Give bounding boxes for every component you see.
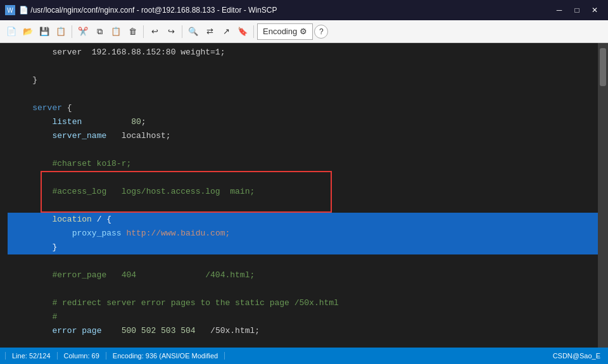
save-as-button[interactable]: 📋 <box>53 24 68 39</box>
encoding-gear-icon: ⚙ <box>300 27 307 36</box>
undo-button[interactable]: ↩ <box>147 24 162 39</box>
mark-button[interactable]: 🔖 <box>235 24 250 39</box>
close-button[interactable]: ✕ <box>586 4 603 16</box>
separator-3 <box>182 25 182 38</box>
goto-button[interactable]: ↗ <box>218 24 234 39</box>
code-line-6: listen 80; <box>8 115 598 129</box>
code-line-21: error page 500 502 503 504 /50x.html; <box>8 324 598 338</box>
replace-button[interactable]: ⇄ <box>202 24 217 39</box>
open-button[interactable]: 📂 <box>20 24 35 39</box>
code-line-10 <box>8 171 598 185</box>
encoding-label: Encoding <box>263 27 297 36</box>
status-brand: CSDN@Sao_E <box>553 352 603 360</box>
code-line-17: #error_page 404 /404.html; <box>8 268 598 282</box>
code-line-19: # redirect server error pages to the sta… <box>8 296 598 310</box>
code-line-3: } <box>8 73 598 87</box>
status-encoding: Encoding: 936 (ANSI/OE Modified <box>106 352 225 360</box>
new-button[interactable]: 📄 <box>4 24 19 39</box>
encoding-button[interactable]: Encoding ⚙ <box>257 23 313 40</box>
code-editor[interactable]: server 192.168.88.152:80 weight=1; } ser… <box>0 43 598 348</box>
code-line-12 <box>8 199 598 213</box>
code-line-15: } <box>8 241 598 254</box>
paste-button[interactable]: 📋 <box>108 24 124 39</box>
maximize-button[interactable]: □ <box>569 4 585 16</box>
redo-button[interactable]: ↪ <box>163 24 179 39</box>
code-line-5: server { <box>8 101 598 115</box>
copy-button[interactable]: ⧉ <box>92 24 107 39</box>
code-line-14: proxy_pass http://www.baidu.com; <box>8 227 598 241</box>
title-bar-left: W 📄 /usr/local/nginx/conf/nginx.conf - r… <box>5 5 277 15</box>
status-column: Column: 69 <box>58 352 106 360</box>
toolbar: 📄 📂 💾 📋 ✂️ ⧉ 📋 🗑 ↩ ↪ 🔍 ⇄ ↗ 🔖 Encoding ⚙ … <box>0 20 608 43</box>
delete-button[interactable]: 🗑 <box>125 24 140 39</box>
title-bar: W 📄 /usr/local/nginx/conf/nginx.conf - r… <box>0 0 608 20</box>
scrollbar-thumb[interactable] <box>600 48 606 86</box>
app-icon: W <box>5 5 15 15</box>
find-button[interactable]: 🔍 <box>186 24 201 39</box>
window-title: 📄 /usr/local/nginx/conf/nginx.conf - roo… <box>19 6 277 15</box>
code-line-20: # <box>8 310 598 324</box>
code-line-7: server_name localhost; <box>8 129 598 143</box>
minimize-button[interactable]: ─ <box>551 4 567 16</box>
code-line-18 <box>8 282 598 296</box>
code-line-11: #access_log logs/host.access.log main; <box>8 185 598 199</box>
cut-button[interactable]: ✂️ <box>75 24 91 39</box>
code-line-9: #charset koi8-r; <box>8 157 598 171</box>
separator-1 <box>72 25 72 38</box>
line-text: server 192.168.88.152:80 weight=1; <box>13 46 225 60</box>
code-line-8 <box>8 143 598 157</box>
window-controls[interactable]: ─ □ ✕ <box>551 4 603 16</box>
separator-2 <box>143 25 144 38</box>
status-line: Line: 52/124 <box>5 352 58 360</box>
code-line-4 <box>8 87 598 101</box>
help-button[interactable]: ? <box>314 25 328 39</box>
vertical-scrollbar[interactable] <box>598 43 608 348</box>
code-line-13: location / { <box>8 213 598 227</box>
save-button[interactable]: 💾 <box>37 24 52 39</box>
code-line-2 <box>8 60 598 73</box>
status-bar: Line: 52/124 Column: 69 Encoding: 936 (A… <box>0 348 608 364</box>
code-line-1: server 192.168.88.152:80 weight=1; <box>8 46 598 60</box>
separator-4 <box>253 25 254 38</box>
code-line-16 <box>8 254 598 268</box>
editor-container: server 192.168.88.152:80 weight=1; } ser… <box>0 43 608 348</box>
